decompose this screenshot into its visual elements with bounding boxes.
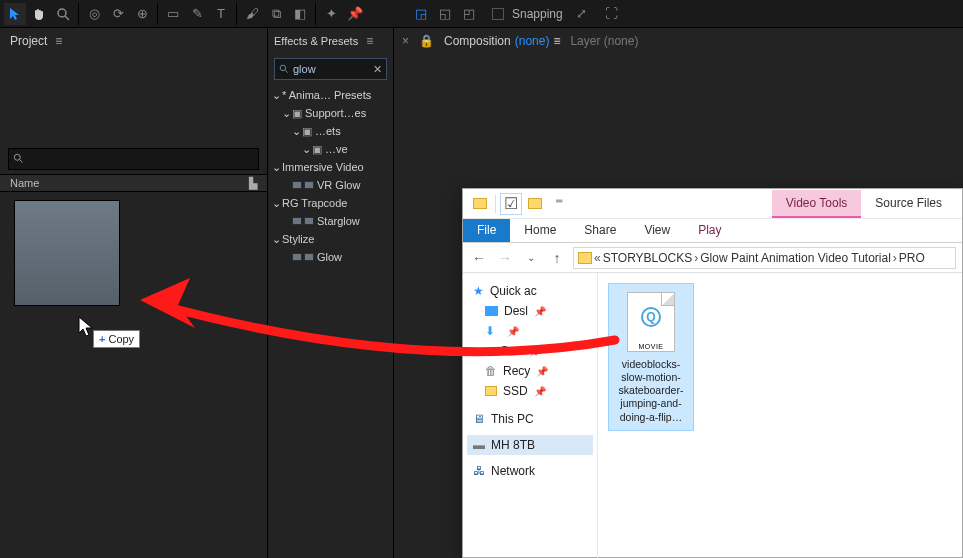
back-button[interactable]: ← [469, 250, 489, 266]
effects-tree: ⌄* Anima… Presets ⌄▣Support…es ⌄▣…ets ⌄▣… [268, 84, 393, 268]
svg-line-1 [65, 16, 69, 20]
effects-search-input[interactable]: glow [293, 63, 316, 75]
eraser-tool-icon[interactable]: ◧ [289, 3, 311, 25]
view-tab[interactable]: View [630, 219, 684, 242]
tree-category[interactable]: ⌄Immersive Video [272, 158, 389, 176]
window-title: Source Files [861, 190, 956, 218]
tree-category[interactable]: ⌄* Anima… Presets [272, 86, 389, 104]
tree-effect-item[interactable]: Starglow [272, 212, 389, 230]
svg-point-0 [58, 9, 66, 17]
new-folder-icon[interactable] [524, 193, 546, 215]
recent-dropdown-icon[interactable]: ⌄ [521, 252, 541, 263]
downloads-item[interactable]: ⬇📌 [467, 321, 593, 341]
brush-tool-icon[interactable]: 🖌 [241, 3, 263, 25]
file-name: videoblocks-slow-motion-skateboarder-jum… [613, 356, 689, 426]
project-asset-area[interactable] [0, 192, 267, 558]
project-title: Project [10, 34, 47, 48]
explorer-sidebar: ★Quick ac Desl📌 ⬇📌 ◆Goo📌 🗑Recy📌 SSD📌 🖥Th… [463, 273, 598, 558]
thispc-item[interactable]: 🖥This PC [467, 409, 593, 429]
world-axis-icon[interactable]: ◱ [434, 3, 456, 25]
up-button[interactable]: ↑ [547, 250, 567, 266]
zoom-tool-icon[interactable] [52, 3, 74, 25]
explorer-content[interactable]: Q MOVIE videoblocks-slow-motion-skateboa… [598, 273, 962, 558]
home-tab[interactable]: Home [510, 219, 570, 242]
recycle-item[interactable]: 🗑Recy📌 [467, 361, 593, 381]
quick-access-item[interactable]: ★Quick ac [467, 281, 593, 301]
folder-icon[interactable] [469, 193, 491, 215]
panel-menu-icon[interactable]: ≡ [553, 34, 560, 48]
type-tool-icon[interactable]: T [210, 3, 232, 25]
effects-panel: Effects & Presets ≡ glow ✕ ⌄* Anima… Pre… [268, 28, 394, 558]
effects-title: Effects & Presets [274, 35, 358, 47]
close-tab-icon[interactable]: × [402, 34, 409, 48]
folder-icon [578, 252, 592, 264]
svg-line-5 [285, 70, 287, 72]
snapping-label: Snapping [512, 7, 563, 21]
plus-icon: + [99, 333, 105, 345]
view-axis-icon[interactable]: ◰ [458, 3, 480, 25]
orbit-tool-icon[interactable]: ◎ [83, 3, 105, 25]
google-item[interactable]: ◆Goo📌 [467, 341, 593, 361]
address-bar[interactable]: « STORYBLOCKS› Glow Paint Animation Vide… [573, 247, 956, 269]
roto-tool-icon[interactable]: ✦ [320, 3, 342, 25]
overflow-icon[interactable]: ⁼ [548, 193, 570, 215]
snap-collapse-icon[interactable]: ⤢ [571, 3, 593, 25]
tree-folder[interactable]: ⌄▣…ets [272, 122, 389, 140]
play-tab[interactable]: Play [684, 219, 735, 242]
svg-point-4 [280, 65, 286, 71]
local-axis-icon[interactable]: ◲ [410, 3, 432, 25]
tree-folder[interactable]: ⌄▣Support…es [272, 104, 389, 122]
rotate-tool-icon[interactable]: ⟳ [107, 3, 129, 25]
layer-tab[interactable]: Layer (none) [570, 34, 638, 48]
drag-copy-tooltip: + Copy [93, 330, 140, 348]
clone-tool-icon[interactable]: ⧉ [265, 3, 287, 25]
video-file-item[interactable]: Q MOVIE videoblocks-slow-motion-skateboa… [608, 283, 694, 431]
copy-label: Copy [108, 333, 134, 345]
quicktime-icon: Q MOVIE [627, 292, 675, 352]
pen-tool-icon[interactable]: ✎ [186, 3, 208, 25]
snap-grid-icon[interactable]: ⛶ [601, 3, 623, 25]
anchor-tool-icon[interactable]: ⊕ [131, 3, 153, 25]
video-tools-tab[interactable]: Video Tools [772, 190, 862, 218]
name-column-header[interactable]: Name [10, 177, 39, 189]
lock-icon[interactable]: 🔒 [419, 34, 434, 48]
breadcrumb-item[interactable]: PRO [899, 251, 925, 265]
rectangle-tool-icon[interactable]: ▭ [162, 3, 184, 25]
breadcrumb-item[interactable]: STORYBLOCKS [603, 251, 693, 265]
network-item[interactable]: 🖧Network [467, 461, 593, 481]
tree-effect-item[interactable]: Glow [272, 248, 389, 266]
snapping-checkbox[interactable] [492, 8, 504, 20]
panel-menu-icon[interactable]: ≡ [366, 34, 373, 48]
composition-tab[interactable]: Composition (none) ≡ [444, 34, 560, 48]
tree-category[interactable]: ⌄Stylize [272, 230, 389, 248]
file-tab[interactable]: File [463, 219, 510, 242]
file-explorer-window: ☑ ⁼ Video Tools Source Files File Home S… [462, 188, 963, 558]
share-tab[interactable]: Share [570, 219, 630, 242]
tree-folder[interactable]: ⌄▣…ve [272, 140, 389, 158]
drop-placeholder [14, 200, 120, 306]
ssd-item[interactable]: SSD📌 [467, 381, 593, 401]
properties-icon[interactable]: ☑ [500, 193, 522, 215]
flowchart-icon[interactable]: ▙ [249, 177, 257, 190]
clear-search-icon[interactable]: ✕ [373, 63, 382, 76]
svg-point-2 [14, 154, 20, 160]
top-toolbar: ◎ ⟳ ⊕ ▭ ✎ T 🖌 ⧉ ◧ ✦ 📌 ◲ ◱ ◰ Snapping ⤢ ⛶ [0, 0, 963, 28]
selection-tool-icon[interactable] [4, 3, 26, 25]
drive-item[interactable]: ▬MH 8TB [467, 435, 593, 455]
desktop-item[interactable]: Desl📌 [467, 301, 593, 321]
panel-menu-icon[interactable]: ≡ [55, 34, 62, 48]
project-search[interactable] [8, 148, 259, 170]
puppet-tool-icon[interactable]: 📌 [344, 3, 366, 25]
tree-category[interactable]: ⌄RG Trapcode [272, 194, 389, 212]
hand-tool-icon[interactable] [28, 3, 50, 25]
tree-effect-item[interactable]: VR Glow [272, 176, 389, 194]
svg-line-3 [20, 160, 23, 163]
breadcrumb-item[interactable]: Glow Paint Animation Video Tutorial [700, 251, 891, 265]
project-panel: Project ≡ Name ▙ [0, 28, 268, 558]
forward-button[interactable]: → [495, 250, 515, 266]
